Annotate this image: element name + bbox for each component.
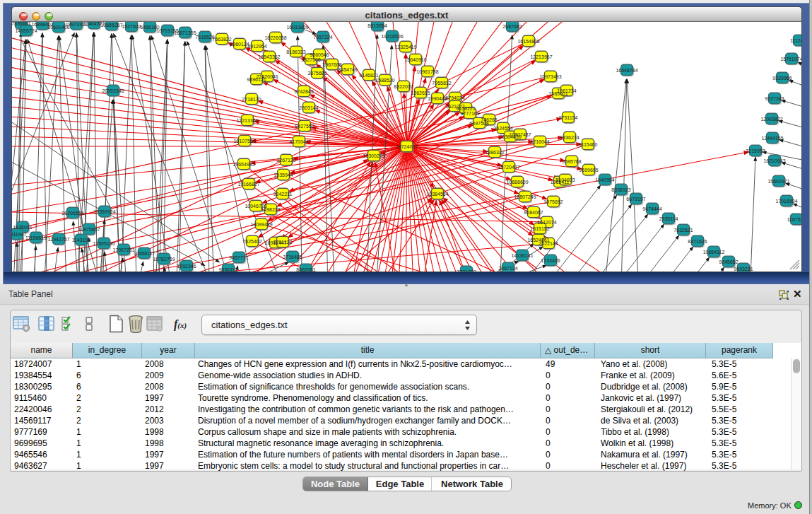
svg-text:1588520: 1588520 (375, 78, 394, 83)
svg-text:1961234: 1961234 (557, 88, 576, 93)
svg-text:18226058: 18226058 (264, 35, 286, 40)
svg-text:7357224: 7357224 (313, 35, 332, 40)
svg-text:9435221: 9435221 (456, 106, 475, 111)
svg-text:9242211: 9242211 (273, 192, 293, 197)
svg-text:9474444: 9474444 (642, 206, 661, 211)
svg-text:16782759: 16782759 (153, 257, 175, 262)
svg-text:17957253: 17957253 (112, 247, 134, 252)
svg-text:16671355: 16671355 (174, 30, 196, 35)
svg-text:15640910: 15640910 (404, 57, 426, 62)
svg-text:7721223: 7721223 (457, 269, 476, 272)
svg-text:8960124: 8960124 (230, 42, 249, 47)
svg-text:7663822: 7663822 (212, 37, 231, 42)
svg-text:12942757: 12942757 (47, 237, 69, 242)
svg-text:9146821: 9146821 (359, 73, 378, 78)
svg-text:16033809: 16033809 (286, 25, 308, 30)
svg-text:9245652: 9245652 (719, 259, 738, 264)
svg-text:3267130: 3267130 (276, 158, 295, 163)
svg-text:12444155: 12444155 (761, 136, 783, 141)
svg-text:9794024: 9794024 (445, 95, 464, 100)
svg-text:9227343: 9227343 (765, 96, 784, 101)
svg-text:12213369: 12213369 (236, 118, 258, 123)
svg-text:2522144: 2522144 (539, 241, 558, 246)
svg-text:8322037: 8322037 (394, 84, 413, 89)
svg-text:1990448: 1990448 (428, 96, 447, 101)
svg-text:9893231: 9893231 (734, 267, 753, 271)
svg-text:2967608: 2967608 (322, 62, 341, 67)
svg-text:10654112: 10654112 (703, 250, 725, 255)
svg-text:7632621: 7632621 (673, 228, 693, 233)
svg-text:1112405: 1112405 (790, 38, 801, 43)
svg-text:9329966: 9329966 (772, 76, 792, 81)
svg-text:8791122: 8791122 (273, 240, 293, 245)
svg-text:20206556: 20206556 (61, 211, 83, 216)
svg-text:1527602: 1527602 (122, 24, 141, 29)
svg-text:7386322: 7386322 (485, 150, 504, 155)
svg-text:2687682: 2687682 (502, 24, 522, 29)
svg-text:1635001: 1635001 (13, 225, 32, 230)
svg-text:16210643: 16210643 (763, 158, 785, 163)
svg-text:7955812: 7955812 (432, 81, 451, 86)
svg-text:10958117: 10958117 (134, 251, 155, 256)
svg-text:9457771: 9457771 (229, 255, 248, 260)
svg-text:16107550: 16107550 (233, 139, 255, 144)
svg-text:3911947: 3911947 (12, 232, 26, 237)
svg-text:8938923: 8938923 (611, 187, 630, 192)
svg-text:10961758: 10961758 (416, 69, 438, 74)
svg-text:10688609: 10688609 (506, 180, 528, 185)
svg-text:1292346: 1292346 (177, 264, 196, 269)
svg-text:15751074: 15751074 (780, 57, 801, 62)
svg-text:16543362: 16543362 (258, 54, 280, 59)
svg-text:8471626: 8471626 (688, 239, 707, 244)
svg-text:20053346: 20053346 (102, 88, 124, 93)
svg-text:1143194: 1143194 (72, 238, 91, 243)
svg-text:18724007: 18724007 (396, 144, 418, 149)
svg-text:10973493: 10973493 (539, 74, 561, 79)
svg-text:7625402: 7625402 (242, 239, 261, 244)
svg-text:11156819: 11156819 (25, 235, 47, 240)
svg-text:3624554: 3624554 (493, 126, 512, 131)
svg-text:17359924: 17359924 (93, 209, 115, 214)
svg-text:2718170: 2718170 (242, 97, 261, 102)
svg-text:6679197: 6679197 (626, 197, 645, 201)
svg-text:9084067: 9084067 (524, 210, 543, 215)
svg-text:16648784: 16648784 (616, 68, 637, 73)
svg-text:9115460: 9115460 (579, 142, 598, 147)
svg-text:1733426: 1733426 (541, 258, 560, 263)
svg-text:16154808: 16154808 (517, 39, 539, 44)
svg-text:14136141: 14136141 (511, 253, 533, 258)
svg-text:8454749: 8454749 (338, 67, 357, 72)
svg-text:8912954: 8912954 (247, 44, 266, 49)
svg-text:7895661: 7895661 (12, 22, 31, 26)
svg-text:14055724: 14055724 (15, 28, 37, 33)
svg-text:18807249: 18807249 (514, 194, 536, 199)
svg-text:8186323: 8186323 (286, 49, 305, 54)
svg-text:1362615: 1362615 (411, 90, 430, 95)
svg-text:9777169: 9777169 (460, 111, 479, 116)
svg-text:1535944: 1535944 (273, 173, 293, 177)
svg-text:9356112: 9356112 (219, 267, 238, 272)
svg-text:10655267: 10655267 (100, 23, 122, 28)
svg-text:2087124: 2087124 (498, 266, 517, 271)
svg-text:1167533: 1167533 (787, 217, 801, 222)
svg-text:1498222: 1498222 (261, 207, 280, 212)
svg-text:19218506: 19218506 (381, 34, 403, 39)
svg-text:10975867: 10975867 (78, 227, 100, 232)
svg-text:1615152: 1615152 (530, 226, 549, 231)
svg-text:9327508: 9327508 (301, 57, 320, 62)
svg-text:2935114: 2935114 (659, 216, 678, 221)
svg-text:4170044: 4170044 (289, 139, 308, 144)
svg-text:17016504: 17016504 (775, 199, 797, 204)
svg-text:12505135: 12505135 (93, 241, 114, 246)
svg-text:15692971: 15692971 (767, 179, 789, 184)
svg-text:3875685: 3875685 (307, 71, 326, 76)
svg-text:15720407: 15720407 (498, 165, 519, 170)
svg-text:9860546: 9860546 (310, 52, 329, 57)
svg-text:19654985: 19654985 (233, 162, 254, 167)
svg-text:19300275: 19300275 (363, 153, 384, 158)
svg-text:9595768: 9595768 (562, 159, 581, 164)
svg-text:8427552: 8427552 (295, 124, 314, 129)
svg-text:9896121: 9896121 (247, 77, 266, 82)
svg-text:12093822: 12093822 (760, 117, 782, 122)
svg-text:8104923: 8104923 (555, 177, 575, 182)
